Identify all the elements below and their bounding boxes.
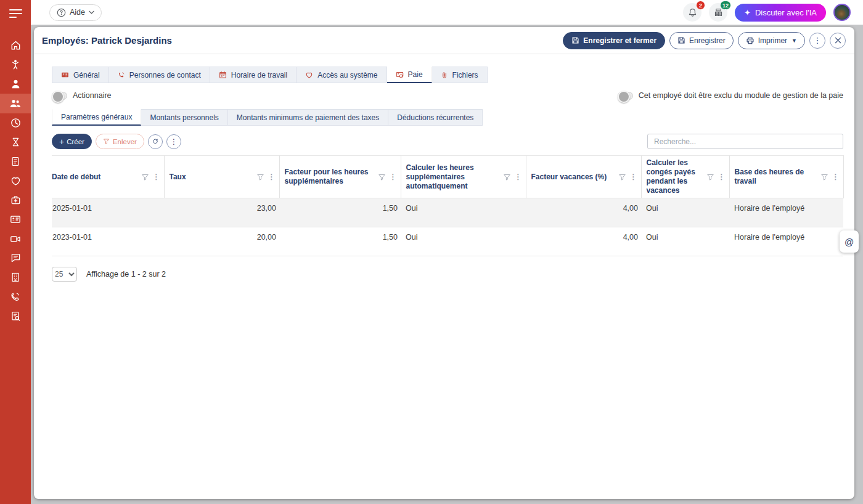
subtab-parametres-generaux[interactable]: Paramètres généraux: [52, 109, 141, 126]
cell-taux: 20,00: [164, 227, 279, 256]
create-label: Créer: [67, 138, 84, 145]
search-input[interactable]: [647, 134, 843, 149]
sidebar-item-invoice[interactable]: [0, 152, 31, 171]
tab-fichiers[interactable]: Fichiers: [432, 67, 488, 83]
table-row[interactable]: 2023-01-01 20,00 1,50 Oui 4,00 Oui Horai…: [52, 227, 843, 256]
column-header-facteur-vacances[interactable]: Facteur vacances (%) ⋮: [526, 156, 641, 198]
column-header-conges-payes[interactable]: Calculer les congés payés pendant les va…: [641, 156, 729, 198]
tab-horaire-de-travail[interactable]: Horaire de travail: [210, 67, 297, 83]
sidebar-item-user[interactable]: [0, 75, 31, 94]
grid-more-options-button[interactable]: ⋮: [166, 134, 181, 149]
sidebar-item-document-search[interactable]: [0, 306, 31, 325]
cell-calculer-heures-supp: Oui: [401, 198, 526, 227]
sidebar-item-people[interactable]: [0, 94, 31, 113]
employee-window: Employés: Patrick Desjardins Enregistrer…: [34, 27, 854, 499]
column-menu-icon[interactable]: ⋮: [515, 173, 522, 181]
filter-icon[interactable]: [618, 173, 626, 181]
filter-icon[interactable]: [820, 173, 828, 181]
sidebar-item-video-camera[interactable]: [0, 229, 31, 248]
toggle-off-icon[interactable]: [52, 92, 67, 100]
filter-icon[interactable]: [503, 173, 511, 181]
refresh-icon: [152, 137, 158, 145]
column-header-taux[interactable]: Taux ⋮: [164, 156, 279, 198]
column-menu-icon[interactable]: ⋮: [268, 173, 276, 181]
funnel-icon: [103, 138, 110, 145]
plus-icon: +: [59, 137, 64, 146]
building-icon: [10, 272, 21, 283]
filter-icon[interactable]: [256, 173, 264, 181]
apps-button[interactable]: 12: [709, 3, 727, 22]
sidebar-item-id-badge[interactable]: [0, 210, 31, 229]
subtab-label: Déductions récurrentes: [397, 113, 473, 122]
column-menu-icon[interactable]: ⋮: [832, 173, 840, 181]
sidebar-item-chat[interactable]: [0, 248, 31, 267]
tab-acces-au-systeme[interactable]: Accès au système: [297, 67, 387, 83]
column-header-date-debut[interactable]: Date de début ⋮: [52, 156, 164, 198]
column-header-calculer-heures-supp[interactable]: Calculer les heures supplémentaires auto…: [401, 156, 526, 198]
filter-icon[interactable]: [378, 173, 386, 181]
hamburger-menu-button[interactable]: [0, 0, 31, 27]
help-button[interactable]: Aide: [49, 4, 102, 21]
question-circle-icon: [57, 8, 66, 17]
phone-icon: [118, 71, 125, 79]
cell-conges-payes: Oui: [641, 198, 729, 227]
print-button[interactable]: Imprimer ▼: [738, 32, 805, 49]
sidebar-item-home[interactable]: [0, 36, 31, 55]
subtab-label: Montants personnels: [150, 113, 218, 122]
user-avatar[interactable]: [833, 4, 851, 21]
save-button[interactable]: Enregistrer: [669, 32, 734, 49]
video-camera-icon: [9, 233, 22, 245]
sidebar-item-medical-kit[interactable]: [0, 190, 31, 209]
sidebar-item-clock[interactable]: [0, 113, 31, 132]
sidebar-item-phone-ringing[interactable]: [0, 287, 31, 306]
tab-general[interactable]: Général: [52, 67, 109, 83]
save-label: Enregistrer: [689, 36, 726, 45]
sidebar-item-building[interactable]: [0, 268, 31, 287]
save-close-button[interactable]: Enregistrer et fermer: [563, 32, 665, 49]
close-button[interactable]: [830, 33, 846, 49]
create-button[interactable]: + Créer: [52, 134, 92, 149]
save-close-label: Enregistrer et fermer: [583, 36, 656, 45]
column-menu-icon[interactable]: ⋮: [630, 173, 637, 181]
home-icon: [10, 39, 22, 51]
column-header-facteur-heures-supp[interactable]: Facteur pour les heures supplémentaires …: [279, 156, 401, 198]
sidebar-item-person-arms-up[interactable]: [0, 55, 31, 74]
tab-label: Général: [73, 71, 100, 79]
notifications-button[interactable]: 2: [683, 3, 701, 22]
subtab-montants-minimums[interactable]: Montants minimums de paiement des taxes: [228, 109, 388, 126]
tab-label: Accès au système: [317, 71, 377, 79]
help-label: Aide: [70, 8, 85, 17]
sidebar-item-hourglass[interactable]: [0, 132, 31, 152]
tab-paie[interactable]: Paie: [387, 67, 432, 83]
payroll-icon: [396, 71, 404, 79]
toggle-off-icon[interactable]: [618, 92, 633, 100]
cell-date-debut: 2025-01-01: [52, 198, 164, 227]
shareholder-toggle[interactable]: Actionnaire: [52, 91, 112, 100]
save-icon: [677, 36, 685, 44]
cell-taux: 23,00: [164, 198, 279, 227]
column-menu-icon[interactable]: ⋮: [718, 173, 726, 181]
notifications-badge: 2: [696, 1, 705, 10]
column-menu-icon[interactable]: ⋮: [390, 173, 397, 181]
page-size-select[interactable]: 25: [52, 267, 77, 282]
heart-icon: [10, 175, 22, 187]
ai-chat-button[interactable]: ✦ Discuter avec l'IA: [735, 4, 826, 22]
mention-button[interactable]: @: [840, 230, 859, 253]
table-row[interactable]: 2025-01-01 23,00 1,50 Oui 4,00 Oui Horai…: [52, 198, 843, 227]
cell-base-heures: Horaire de l'employé: [729, 227, 843, 256]
tab-personnes-de-contact[interactable]: Personnes de contact: [109, 67, 210, 83]
medical-kit-icon: [10, 194, 22, 206]
remove-filter-button[interactable]: Enlever: [96, 134, 144, 149]
refresh-button[interactable]: [148, 134, 163, 149]
kebab-icon: ⋮: [814, 36, 822, 45]
more-options-button[interactable]: ⋮: [809, 33, 825, 49]
filter-icon[interactable]: [141, 173, 149, 181]
column-header-base-heures[interactable]: Base des heures de travail ⋮: [729, 156, 843, 198]
filter-icon[interactable]: [706, 173, 714, 181]
exclude-payroll-toggle[interactable]: Cet employé doit être exclu du module de…: [618, 91, 843, 100]
tab-label: Horaire de travail: [231, 71, 287, 79]
column-menu-icon[interactable]: ⋮: [153, 173, 160, 181]
subtab-deductions-recurrentes[interactable]: Déductions récurrentes: [388, 109, 483, 126]
subtab-montants-personnels[interactable]: Montants personnels: [141, 109, 227, 126]
sidebar-item-heart[interactable]: [0, 171, 31, 190]
